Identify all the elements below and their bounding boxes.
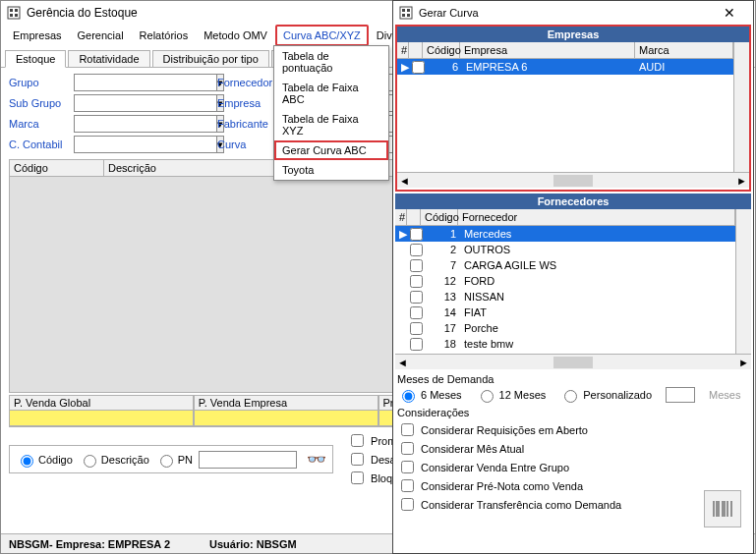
radio-pn[interactable]: PN <box>155 452 193 468</box>
empresa-row[interactable]: ▶ 6 EMPRESA 6 AUDI <box>397 59 733 75</box>
combo-marca[interactable]: ▾ <box>74 115 211 133</box>
fornecedor-row[interactable]: 13NISSAN <box>395 289 735 305</box>
svg-rect-3 <box>10 14 13 17</box>
close-button[interactable]: ✕ <box>712 2 747 24</box>
grid-icon <box>399 6 413 20</box>
svg-rect-2 <box>15 9 18 12</box>
fornecedores-grid[interactable]: ▶1Mercedes2OUTROS7CARGA AGILE WS12FORD13… <box>395 226 735 354</box>
empresas-header: Empresas <box>397 27 749 42</box>
tab-rotatividade[interactable]: Rotatividade <box>68 50 149 67</box>
tab-estoque[interactable]: Estoque <box>5 50 66 68</box>
fornecedor-row[interactable]: 7CARGA AGILE WS <box>395 257 735 273</box>
svg-rect-8 <box>402 14 405 17</box>
modal-titlebar: Gerar Curva ✕ <box>393 1 753 25</box>
row-pointer-icon: ▶ <box>397 228 409 241</box>
status-usuario: Usuário: NBSGM <box>209 538 297 550</box>
menu-relatorios[interactable]: Relatórios <box>132 25 197 46</box>
app-icon <box>7 6 21 20</box>
radio-12meses[interactable]: 12 Meses <box>476 387 547 403</box>
ditem-tabela-faixa-xyz[interactable]: Tabela de Faixa XYZ <box>274 109 388 140</box>
fornecedor-checkbox[interactable] <box>410 338 423 351</box>
consider-checkbox[interactable] <box>401 479 414 492</box>
empresas-vscroll[interactable] <box>733 42 749 172</box>
execute-button[interactable] <box>704 490 741 527</box>
svg-rect-7 <box>407 9 410 12</box>
empresa-checkbox[interactable] <box>412 61 425 74</box>
fornecedor-checkbox[interactable] <box>410 244 423 256</box>
svg-rect-1 <box>10 9 13 12</box>
fornecedores-section: Fornecedores # Código Fornecedor ▶1Merce… <box>393 194 753 369</box>
fornecedor-checkbox[interactable] <box>410 228 423 241</box>
label-marca: Marca <box>9 118 68 130</box>
fornecedor-checkbox[interactable] <box>410 259 423 272</box>
consider-item[interactable]: Considerar Mês Atual <box>397 439 749 458</box>
menu-empresas[interactable]: Empresas <box>5 25 70 46</box>
menu-metodo-omv[interactable]: Metodo OMV <box>196 25 275 46</box>
consider-checkbox[interactable] <box>401 423 414 436</box>
fornecedor-checkbox[interactable] <box>410 306 423 319</box>
meses-label: Meses de Demanda <box>397 373 749 385</box>
ditem-tabela-pontuacao[interactable]: Tabela de pontuação <box>274 46 388 78</box>
curva-dropdown: Tabela de pontuação Tabela de Faixa ABC … <box>273 45 389 181</box>
fornecedor-checkbox[interactable] <box>410 291 423 304</box>
modal-title: Gerar Curva <box>419 7 479 19</box>
radio-6meses[interactable]: 6 Meses <box>397 387 462 403</box>
consider-item[interactable]: Considerar Transferência como Demanda <box>397 495 749 514</box>
ditem-gerar-curva-abc[interactable]: Gerar Curva ABC <box>274 140 388 160</box>
fornecedor-row[interactable]: 18teste bmw <box>395 336 735 352</box>
radio-personalizado[interactable]: Personalizado <box>559 387 652 403</box>
meses-unit: Meses <box>709 389 740 401</box>
consider-checkbox[interactable] <box>401 461 414 473</box>
fornecedor-checkbox[interactable] <box>410 275 423 288</box>
empresas-section: Empresas # Código Empresa Marca ▶ 6 EMPR… <box>395 25 751 192</box>
svg-rect-4 <box>15 14 18 17</box>
gerar-curva-modal: Gerar Curva ✕ Empresas # Código Empresa … <box>392 0 754 554</box>
fornecedor-row[interactable]: 2OUTROS <box>395 242 735 257</box>
fornecedor-row[interactable]: 12FORD <box>395 273 735 289</box>
label-ccontabil: C. Contabil <box>9 138 68 150</box>
meses-input[interactable] <box>666 387 695 403</box>
fornecedores-vscroll[interactable] <box>735 209 751 354</box>
search-input[interactable] <box>199 451 297 469</box>
val-pvendaempresa <box>194 411 378 426</box>
radio-descricao[interactable]: Descrição <box>79 452 149 468</box>
menu-gerencial[interactable]: Gerencial <box>70 25 132 46</box>
menu-curva-abc-xyz[interactable]: Curva ABC/XYZ <box>275 25 369 46</box>
svg-rect-9 <box>407 14 410 17</box>
hdr-pvendaglobal: P. Venda Global <box>9 396 194 411</box>
consider-label: Considerações <box>397 407 749 418</box>
fornecedores-hscroll[interactable]: ◄► <box>395 354 751 369</box>
fornecedor-checkbox[interactable] <box>410 322 423 335</box>
hdr-pvendaempresa: P. Venda Empresa <box>194 396 378 411</box>
glasses-icon[interactable]: 👓 <box>307 450 326 469</box>
status-empresa: NBSGM- Empresa: EMPRESA 2 <box>9 538 170 550</box>
consider-item[interactable]: Considerar Venda Entre Grupo <box>397 458 749 476</box>
label-grupo: Grupo <box>9 77 68 88</box>
consider-checkbox[interactable] <box>401 442 414 455</box>
empresas-grid[interactable]: ▶ 6 EMPRESA 6 AUDI <box>397 59 733 172</box>
fornecedor-row[interactable]: ▶1Mercedes <box>395 226 735 242</box>
fornecedores-header: Fornecedores <box>395 194 751 209</box>
empresas-hscroll[interactable]: ◄► <box>397 172 749 188</box>
col-codigo[interactable]: Código <box>10 160 104 176</box>
empresas-cols: # Código Empresa Marca <box>397 42 733 59</box>
combo-grupo[interactable]: ▾ <box>74 74 211 91</box>
val-pvendaglobal <box>9 411 194 426</box>
row-pointer-icon: ▶ <box>399 61 411 74</box>
combo-subgrupo[interactable]: ▾ <box>74 94 211 112</box>
consider-checkbox[interactable] <box>401 498 414 511</box>
meses-demanda: Meses de Demanda 6 Meses 12 Meses Person… <box>397 373 749 403</box>
fornecedores-cols: # Código Fornecedor <box>395 209 735 226</box>
combo-ccontabil[interactable]: ▾ <box>74 136 211 153</box>
ditem-toyota[interactable]: Toyota <box>274 160 388 180</box>
fornecedor-row[interactable]: 14FIAT <box>395 305 735 320</box>
radio-codigo[interactable]: Código <box>16 452 73 468</box>
svg-rect-6 <box>402 9 405 12</box>
consider-item[interactable]: Considerar Requisições em Aberto <box>397 420 749 439</box>
label-subgrupo: Sub Grupo <box>9 97 68 109</box>
svg-rect-5 <box>400 7 412 19</box>
consider-item[interactable]: Considerar Pré-Nota como Venda <box>397 476 749 495</box>
ditem-tabela-faixa-abc[interactable]: Tabela de Faixa ABC <box>274 78 388 109</box>
fornecedor-row[interactable]: 17Porche <box>395 320 735 336</box>
tab-distribuicao-tipo[interactable]: Distribuição por tipo <box>152 50 269 67</box>
